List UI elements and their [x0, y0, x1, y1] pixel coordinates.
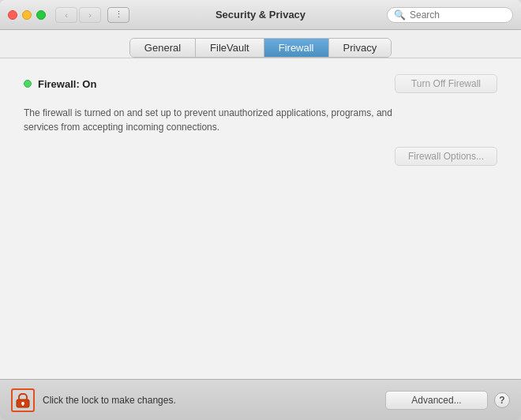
firewall-description: The firewall is turned on and set up to … — [24, 106, 418, 134]
search-box[interactable]: 🔍 — [387, 7, 513, 23]
tab-general[interactable]: General — [130, 39, 196, 57]
grid-button[interactable]: ⋮ — [107, 7, 129, 23]
lock-icon — [16, 392, 30, 408]
tabs-container: General FileVault Firewall Privacy — [129, 38, 392, 58]
turn-off-firewall-button[interactable]: Turn Off Firewall — [395, 74, 497, 93]
forward-button[interactable]: › — [79, 7, 101, 23]
tabs-bar: General FileVault Firewall Privacy — [0, 30, 521, 58]
window-title: Security & Privacy — [216, 9, 305, 21]
tab-filevault[interactable]: FileVault — [196, 39, 264, 57]
status-left: Firewall: On — [24, 78, 96, 90]
minimize-button[interactable] — [22, 10, 32, 20]
nav-buttons: ‹ › — [55, 7, 101, 23]
svg-rect-2 — [22, 403, 24, 406]
tab-firewall[interactable]: Firewall — [264, 39, 329, 57]
traffic-lights — [8, 10, 46, 20]
search-icon: 🔍 — [394, 9, 406, 21]
maximize-button[interactable] — [36, 10, 46, 20]
back-button[interactable]: ‹ — [55, 7, 77, 23]
firewall-status-label: Firewall: On — [38, 78, 96, 90]
firewall-options-button[interactable]: Firewall Options... — [395, 147, 497, 166]
close-button[interactable] — [8, 10, 17, 20]
titlebar: ‹ › ⋮ Security & Privacy 🔍 — [0, 0, 521, 30]
firewall-status-row: Firewall: On Turn Off Firewall — [24, 74, 497, 93]
bottom-right: Advanced... ? — [385, 391, 510, 410]
bottom-bar: Click the lock to make changes. Advanced… — [0, 379, 521, 420]
advanced-button[interactable]: Advanced... — [385, 391, 488, 410]
status-dot — [24, 80, 32, 88]
help-button[interactable]: ? — [494, 392, 510, 408]
main-content: Firewall: On Turn Off Firewall The firew… — [0, 58, 521, 379]
tab-privacy[interactable]: Privacy — [329, 39, 392, 57]
firewall-options-row: Firewall Options... — [24, 147, 497, 166]
search-input[interactable] — [410, 9, 506, 21]
lock-text: Click the lock to make changes. — [43, 395, 377, 406]
lock-icon-wrapper[interactable] — [11, 388, 35, 412]
